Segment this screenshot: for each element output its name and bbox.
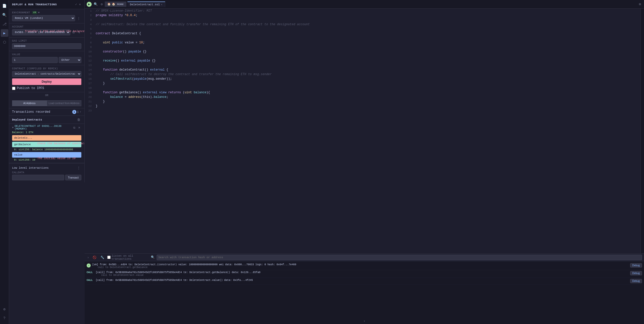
- publish-ipfs-checkbox[interactable]: [12, 87, 15, 90]
- line-content-7: [95, 36, 640, 40]
- debug-btn-0[interactable]: Debug: [630, 263, 642, 268]
- tab-home[interactable]: 🏠 🏠 Home: [105, 2, 126, 7]
- remove-contract-icon[interactable]: ✕: [77, 126, 81, 130]
- line-16: 16 selfdestruct(payable(msg.sender));: [85, 77, 640, 81]
- line-13: 13: [85, 63, 640, 68]
- console-filter-icon[interactable]: 🔧: [99, 255, 105, 260]
- line-content-17: }: [95, 81, 640, 86]
- deployed-contracts-title: Deployed Contracts: [12, 118, 42, 121]
- minimap-icon[interactable]: ⊞: [638, 2, 642, 7]
- delete-contract-btn[interactable]: deleteCo...: [12, 135, 81, 141]
- env-info-icon[interactable]: ▼: [38, 11, 40, 14]
- search-icon-topbar[interactable]: 🔍: [93, 2, 99, 7]
- value-label: VALUE: [12, 53, 81, 56]
- account-more-icon[interactable]: ✎: [77, 30, 81, 35]
- contract-chevron-icon[interactable]: ▼: [12, 126, 14, 129]
- line-content-5: [95, 27, 640, 31]
- env-more-icon[interactable]: ⋮: [76, 16, 81, 21]
- contract-label: CONTRACT (Compiled By Remix): [12, 67, 81, 70]
- line-content-3: [95, 18, 640, 22]
- deploy-button[interactable]: Deploy: [12, 78, 81, 85]
- log-content-2: [call] from: 0x5B38D0a6a701c560545d2fc80…: [96, 279, 629, 282]
- line-number-12: 12: [85, 58, 95, 63]
- close-tab-icon[interactable]: ✕: [161, 3, 162, 6]
- settings-icon-topbar[interactable]: ⚙: [100, 2, 104, 7]
- run-button[interactable]: ▶: [87, 2, 92, 7]
- console-search-input[interactable]: [157, 255, 642, 260]
- console-expand-icon[interactable]: ›: [87, 255, 90, 260]
- expand-icon[interactable]: ›: [80, 110, 81, 114]
- get-balance-btn[interactable]: getBalance: [12, 142, 81, 147]
- line-number-5: 5: [85, 27, 95, 31]
- sidebar-icon-deploy[interactable]: ▶: [1, 29, 8, 37]
- sidebar-icon-help[interactable]: ?: [1, 314, 8, 322]
- close-panel-icon[interactable]: ✕: [79, 2, 81, 7]
- line-content-15: // Call selfdestruct to destroy the cont…: [95, 72, 640, 77]
- sidebar-icon-settings[interactable]: ⚙: [1, 305, 8, 313]
- tab-file-deletecontract[interactable]: DeleteContract.sol ✕: [127, 2, 165, 7]
- line-18: 18: [85, 86, 640, 90]
- transactions-recorded-row[interactable]: Transactions recorded 1 ℹ ›: [9, 108, 84, 116]
- sidebar-icon-file[interactable]: 📄: [1, 2, 8, 10]
- debug-btn-1[interactable]: Debug: [630, 271, 642, 275]
- line-21: 21 }: [85, 99, 640, 104]
- bottom-panel: › 🚫 🔧 listen on all transactions 🔍 ✓ [vm…: [85, 253, 644, 324]
- line-content-6: contract DeleteContract {: [95, 31, 640, 36]
- sidebar-icon-search[interactable]: 🔍: [1, 11, 8, 19]
- account-section: ACCOUNT 0x5B3...eddC4 (98.99999999999986…: [9, 23, 84, 38]
- environment-label: ENVIRONMENT VM ▼: [12, 11, 81, 14]
- clear-contracts-icon[interactable]: 🗑: [76, 117, 81, 122]
- low-level-section: Low level interactions ⋮ CALLDATA Transa…: [9, 163, 84, 182]
- search-console-icon: 🔍: [151, 255, 155, 259]
- copy-account-icon[interactable]: ⧉: [71, 30, 76, 35]
- publish-ipfs-label: Publish to IPFS: [17, 86, 44, 90]
- bottom-chevron[interactable]: ›: [85, 318, 644, 324]
- transact-button[interactable]: Transact: [65, 175, 81, 180]
- line-content-11: [95, 54, 640, 58]
- sidebar-icon-extensions[interactable]: ⬡: [1, 38, 8, 46]
- contract-balance: Balance: 1 ETH: [12, 130, 81, 135]
- line-7: 7: [85, 36, 640, 40]
- line-number-15: 15: [85, 72, 95, 77]
- check-icon[interactable]: ✓: [75, 2, 78, 7]
- gas-limit-label: GAS LIMIT: [12, 40, 81, 42]
- file-tab-label: DeleteContract.sol: [130, 3, 160, 6]
- line-2: 2pragma solidity ^0.8.4;: [85, 13, 640, 18]
- line-14: 14 function deleteContract() external {: [85, 68, 640, 72]
- editor-container: 1// SPDX-License-Identifier: MIT2pragma …: [85, 9, 644, 253]
- line-content-2: pragma solidity ^0.8.4;: [95, 13, 640, 18]
- contract-row: ▼ DELETECONTRACT AT 0XD91...39138 (MEMOR…: [12, 125, 81, 130]
- at-address-tab[interactable]: At Address: [12, 100, 47, 106]
- debug-btn-2[interactable]: Debug: [630, 279, 642, 283]
- line-content-20: balance = address(this).balance;: [95, 95, 640, 99]
- low-level-more-icon[interactable]: ⋮: [76, 165, 81, 170]
- or-divider: OR: [9, 92, 84, 98]
- copy-contract-icon[interactable]: ⧉: [72, 126, 76, 130]
- line-content-18: [95, 86, 640, 90]
- load-contract-tab[interactable]: Load contract from Address: [47, 100, 82, 106]
- listen-checkbox[interactable]: [107, 256, 111, 259]
- contract-section: CONTRACT (Compiled By Remix) DeleteContr…: [9, 65, 84, 92]
- log-main-0: [vm] from: 0x5B3...edd4 to: DeleteContra…: [92, 263, 629, 266]
- contract-select[interactable]: DeleteContract - contracts/DeleteContrac…: [12, 71, 81, 77]
- gas-limit-input[interactable]: [12, 43, 81, 49]
- console-clear-icon[interactable]: 🚫: [92, 255, 97, 260]
- value-btn[interactable]: value: [12, 152, 81, 158]
- gas-limit-section: GAS LIMIT: [9, 38, 84, 51]
- contract-icons: ⧉ ✕: [72, 126, 81, 130]
- editor-area[interactable]: 1// SPDX-License-Identifier: MIT2pragma …: [85, 9, 640, 253]
- environment-select[interactable]: Remix VM (London): [12, 15, 75, 21]
- line-4: 4// selfdestruct: Delete the contract an…: [85, 22, 640, 27]
- account-row: 0x5B3...eddC4 (98.999999999999860055 et …: [12, 29, 81, 35]
- calldata-input[interactable]: [12, 175, 64, 180]
- value-input[interactable]: [12, 57, 58, 63]
- value-unit-select[interactable]: Wei Gwei Finney Ether: [59, 57, 81, 63]
- line-number-16: 16: [85, 77, 95, 81]
- account-select[interactable]: 0x5B3...eddC4 (98.999999999999860055 et: [12, 29, 70, 35]
- line-15: 15 // Call selfdestruct to destroy the c…: [85, 72, 640, 77]
- line-number-13: 13: [85, 63, 95, 68]
- environment-section: ENVIRONMENT VM ▼ Remix VM (London) ⋮: [9, 9, 84, 23]
- home-tab-label: 🏠 Home: [112, 3, 124, 6]
- sidebar-icon-source-control[interactable]: ⎇: [1, 20, 8, 28]
- listen-label: listen on all transactions: [112, 254, 149, 260]
